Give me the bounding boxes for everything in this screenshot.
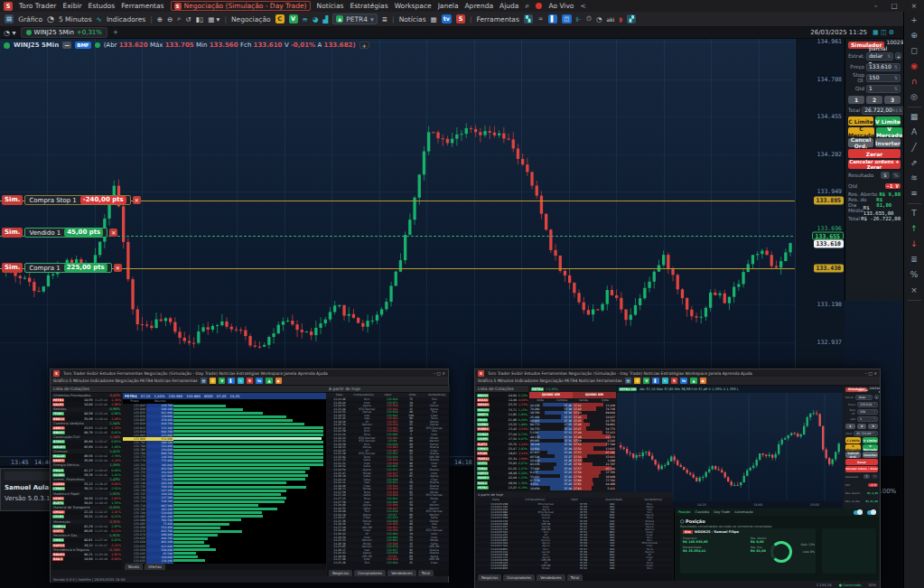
news-grid-icon[interactable]: ▦ bbox=[431, 15, 437, 23]
position-tab[interactable]: Posição bbox=[678, 510, 691, 514]
quote-row[interactable]: SUZB315,521,00% bbox=[476, 422, 528, 426]
text-icon[interactable]: T bbox=[908, 208, 921, 219]
share-icon[interactable]: < bbox=[580, 2, 585, 10]
sell-market-button[interactable]: V Mercado bbox=[876, 127, 902, 136]
book-icon[interactable]: ≡ bbox=[303, 15, 308, 23]
menu-exibir[interactable]: Exibir bbox=[62, 2, 81, 10]
account-select[interactable]: 100294 ▾ bbox=[869, 387, 880, 394]
total-input[interactable]: 26.722,00R$⇅ bbox=[854, 431, 878, 436]
close-order-button[interactable]: ✕ bbox=[114, 264, 122, 272]
watchlist-icon[interactable]: ≣ bbox=[382, 15, 387, 23]
trades-tab[interactable]: Negócios bbox=[478, 574, 501, 581]
quote-row[interactable]: CSNA337,440,71% bbox=[476, 432, 528, 436]
clock-icon[interactable]: ◔ bbox=[47, 14, 54, 23]
tnt-panel-header[interactable]: A partir de hoje bbox=[326, 386, 450, 393]
qty-preset-button[interactable]: 1 bbox=[845, 424, 855, 429]
qty-preset-button[interactable]: 2 bbox=[866, 96, 882, 104]
zoom-lens-icon[interactable]: ⌕ bbox=[177, 14, 181, 23]
sell-market-button[interactable]: V Mercado bbox=[863, 444, 878, 451]
sell-limit-button[interactable]: V Limite bbox=[875, 117, 901, 126]
window-minimize[interactable]: – bbox=[871, 2, 882, 10]
alarm-icon[interactable]: ⏱ bbox=[586, 14, 592, 23]
tnt-tab[interactable]: Negócios bbox=[329, 570, 352, 576]
quote-row[interactable]: ELET338,8211:29:431,35% bbox=[51, 500, 122, 505]
tool4-icon[interactable]: ◫ bbox=[562, 14, 571, 23]
record-icon[interactable]: ◉ bbox=[908, 61, 921, 72]
menu-workspace[interactable]: Workspace bbox=[395, 2, 432, 10]
quote-row[interactable]: BBAS344,942,12% bbox=[476, 393, 528, 397]
crosshair-icon[interactable]: + bbox=[908, 14, 921, 26]
quote-row[interactable]: VIVT349,8511:27:46-0,21% bbox=[51, 528, 122, 533]
chat-icon[interactable]: ◗ bbox=[619, 15, 622, 23]
tnt-row[interactable]: 11:25:26Toro133.62025Clear bbox=[327, 561, 449, 565]
quote-row[interactable]: BBAS344,7811:21:460,81% bbox=[51, 431, 122, 435]
order-annotation[interactable]: Sim.Compra Stop 1-240,00 pts✕ bbox=[2, 195, 141, 205]
mini-menu[interactable]: Toro Trader Exibir Estudos Ferramentas N… bbox=[488, 371, 752, 376]
tnt-tab[interactable]: Compradores bbox=[354, 570, 386, 576]
quote-row[interactable]: PETR413,230,19% bbox=[476, 485, 528, 490]
window-maximize[interactable]: □ bbox=[888, 2, 901, 10]
mini-toolbar-icon[interactable]: V bbox=[219, 378, 225, 384]
buy-market-button[interactable]: C Mercado bbox=[848, 127, 874, 136]
quote-row[interactable]: RDOR348,2111:26:49-1,61% bbox=[51, 552, 122, 556]
cancel-and-zero-button[interactable]: Cancelar ordens + Zerar bbox=[848, 160, 901, 169]
quote-row[interactable]: RAIL314,6411:20:48-0,64% bbox=[51, 557, 122, 562]
quote-row[interactable]: USIM534,5011:22:49-2,62% bbox=[51, 496, 122, 500]
buy-chip-icon[interactable]: C bbox=[275, 14, 285, 23]
mini-window-right[interactable]: SToro Trader Exibir Estudos Ferramentas … bbox=[474, 369, 881, 588]
quote-row[interactable]: B3SA312,49-0,66% bbox=[476, 397, 528, 402]
percent-toggle[interactable]: % bbox=[872, 474, 878, 479]
mini-toolbar-icon[interactable]: ▤ bbox=[201, 378, 208, 384]
mini-toolbar-icon[interactable]: tv bbox=[256, 378, 264, 384]
bars-icon[interactable]: ▟ bbox=[322, 15, 328, 23]
window-close[interactable]: × bbox=[908, 2, 920, 10]
toolbar-period[interactable]: 5 Minutos bbox=[59, 15, 92, 23]
toolbar-indicadores[interactable]: Indicadores bbox=[107, 15, 145, 23]
cancel-and-zero-button[interactable]: Cancelar ordens + Zerar bbox=[845, 466, 878, 472]
qty-preset-button[interactable]: 1 bbox=[848, 96, 864, 104]
quote-row[interactable]: TIMS321,522,27% bbox=[476, 466, 528, 471]
menu-negociacao-sim[interactable]: S Negociação (Simulação - Day Trade) bbox=[171, 1, 311, 11]
mini-toolbar-icon[interactable]: S bbox=[671, 378, 677, 384]
sell-limit-button[interactable]: V Limite bbox=[863, 437, 878, 443]
quote-row[interactable]: PRIO321,880,24% bbox=[476, 417, 528, 422]
buy-market-button[interactable]: C Mercado bbox=[845, 444, 861, 451]
spinner-icon[interactable]: ⇅ bbox=[873, 408, 875, 415]
interval-clock-icon[interactable]: ◔ ▾ bbox=[4, 29, 16, 37]
tool6-icon[interactable]: ▞ bbox=[627, 14, 636, 23]
sim-input quantity[interactable]: 1⇅ bbox=[866, 85, 901, 93]
tool2-icon[interactable]: ＝ bbox=[537, 14, 545, 23]
tool5-icon[interactable]: ⊩ bbox=[576, 15, 583, 23]
mini-toolbar-icon[interactable]: ◆ bbox=[700, 378, 706, 384]
waves-icon[interactable]: ≋ bbox=[908, 173, 921, 184]
mini-window-left[interactable]: SToro Trader Exibir Estudos Ferramentas … bbox=[50, 369, 449, 583]
menu-ajuda[interactable]: Ajuda bbox=[499, 2, 518, 10]
layout-grid-icon[interactable]: ▦ ▾ bbox=[208, 15, 219, 23]
quote-row[interactable]: SUZB329,3611:22:461,41% bbox=[51, 472, 122, 477]
shapes-icon[interactable]: ◻ bbox=[908, 45, 921, 57]
target-icon[interactable]: ⊕ bbox=[908, 30, 921, 42]
qty-preset-button[interactable]: 3 bbox=[868, 424, 878, 429]
magnet-icon[interactable]: ∩ bbox=[908, 76, 921, 88]
quote-row[interactable]: HAPV348,482,22% bbox=[476, 471, 528, 475]
trades-tab[interactable]: Compradores bbox=[503, 574, 535, 581]
cancel-orders-button[interactable]: Cancel Ord. bbox=[845, 452, 861, 458]
search-icon[interactable]: ⌕ bbox=[525, 1, 529, 11]
panel-icons[interactable]: ▦ ◫ ⚙ bbox=[873, 29, 894, 36]
trades-tab[interactable]: Vendedores bbox=[537, 574, 565, 581]
sim-input price[interactable]: 133.610⇅ bbox=[866, 63, 901, 71]
toolbar-negociacao[interactable]: Negociação bbox=[231, 15, 271, 23]
order-annotation[interactable]: Sim.Vendido 145,00 pts✕ bbox=[2, 228, 117, 238]
mini-left-toolbar[interactable]: Gráfico 5 Minutos Indicadores Negociação… bbox=[51, 377, 448, 386]
live-toggle[interactable] bbox=[854, 510, 863, 515]
add-strategy-button[interactable]: + bbox=[874, 395, 879, 399]
quote-row[interactable]: MGLU346,5811:24:422,78% bbox=[51, 453, 122, 458]
quote-row[interactable]: MGLU333,711,15% bbox=[476, 407, 528, 412]
aki-icon[interactable]: aki bbox=[606, 16, 614, 23]
zoom-reset-icon[interactable]: ↺ bbox=[186, 15, 191, 23]
mini-toolbar-icon[interactable]: ▤ bbox=[625, 378, 632, 384]
mini-toolbar-icon[interactable]: ▌ bbox=[228, 378, 234, 384]
order-book[interactable]: PETR4+1,29%QUINO KMQUINO KMQtdeCompraVen… bbox=[529, 386, 616, 490]
quote-row[interactable]: WEGE345,6011:26:402,46% bbox=[51, 444, 122, 449]
trades-table[interactable]: A partir de hojeDataComprador(a)ValorQua… bbox=[476, 492, 673, 577]
